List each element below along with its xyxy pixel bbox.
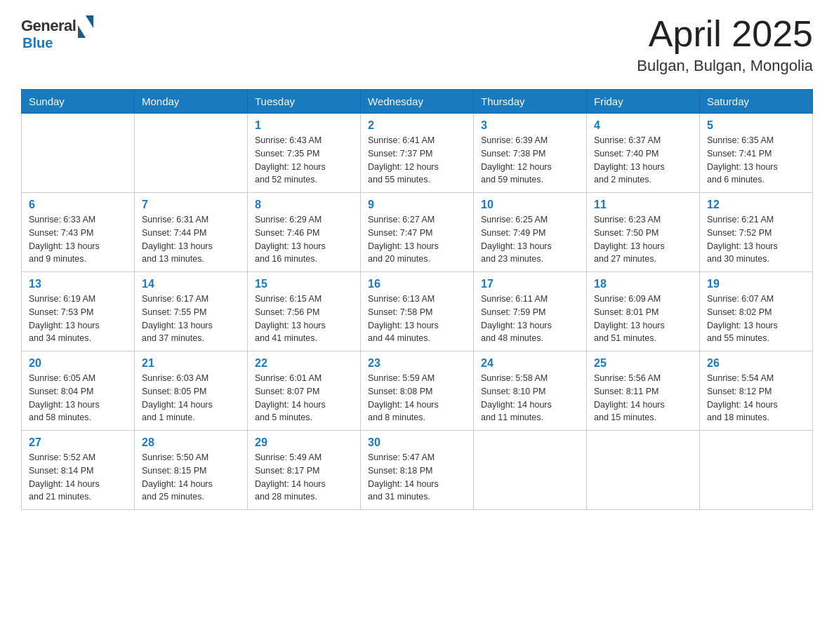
- day-number: 1: [255, 119, 353, 132]
- calendar-cell: 4Sunrise: 6:37 AM Sunset: 7:40 PM Daylig…: [587, 114, 700, 193]
- calendar-cell: 9Sunrise: 6:27 AM Sunset: 7:47 PM Daylig…: [361, 193, 474, 272]
- day-info: Sunrise: 6:41 AM Sunset: 7:37 PM Dayligh…: [368, 134, 466, 187]
- day-number: 21: [142, 357, 240, 370]
- calendar-week-row: 1Sunrise: 6:43 AM Sunset: 7:35 PM Daylig…: [22, 114, 813, 193]
- day-number: 26: [707, 357, 805, 370]
- calendar-cell: 14Sunrise: 6:17 AM Sunset: 7:55 PM Dayli…: [135, 272, 248, 351]
- day-number: 13: [29, 278, 127, 290]
- day-number: 2: [368, 119, 466, 132]
- calendar-cell: 3Sunrise: 6:39 AM Sunset: 7:38 PM Daylig…: [474, 114, 587, 193]
- calendar-week-row: 13Sunrise: 6:19 AM Sunset: 7:53 PM Dayli…: [22, 272, 813, 351]
- day-info: Sunrise: 6:35 AM Sunset: 7:41 PM Dayligh…: [707, 134, 805, 187]
- day-number: 24: [481, 357, 579, 370]
- day-info: Sunrise: 5:59 AM Sunset: 8:08 PM Dayligh…: [368, 372, 466, 424]
- day-number: 4: [594, 119, 692, 132]
- calendar-cell: 12Sunrise: 6:21 AM Sunset: 7:52 PM Dayli…: [700, 193, 813, 272]
- calendar-cell: 25Sunrise: 5:56 AM Sunset: 8:11 PM Dayli…: [587, 351, 700, 431]
- day-info: Sunrise: 6:07 AM Sunset: 8:02 PM Dayligh…: [707, 293, 805, 345]
- day-info: Sunrise: 6:15 AM Sunset: 7:56 PM Dayligh…: [255, 293, 353, 345]
- calendar-week-row: 20Sunrise: 6:05 AM Sunset: 8:04 PM Dayli…: [22, 351, 813, 431]
- day-number: 8: [255, 199, 353, 211]
- calendar-cell: [700, 431, 813, 510]
- calendar-cell: 20Sunrise: 6:05 AM Sunset: 8:04 PM Dayli…: [22, 351, 135, 431]
- day-info: Sunrise: 6:17 AM Sunset: 7:55 PM Dayligh…: [142, 293, 240, 345]
- day-info: Sunrise: 6:05 AM Sunset: 8:04 PM Dayligh…: [29, 372, 127, 424]
- weekday-header-friday: Friday: [587, 90, 700, 114]
- day-info: Sunrise: 5:47 AM Sunset: 8:18 PM Dayligh…: [368, 451, 466, 504]
- weekday-header-wednesday: Wednesday: [361, 90, 474, 114]
- calendar-cell: 15Sunrise: 6:15 AM Sunset: 7:56 PM Dayli…: [248, 272, 361, 351]
- day-number: 19: [707, 278, 805, 290]
- calendar-cell: 19Sunrise: 6:07 AM Sunset: 8:02 PM Dayli…: [700, 272, 813, 351]
- month-title: April 2025: [637, 14, 813, 54]
- calendar-cell: 8Sunrise: 6:29 AM Sunset: 7:46 PM Daylig…: [248, 193, 361, 272]
- day-info: Sunrise: 6:25 AM Sunset: 7:49 PM Dayligh…: [481, 213, 579, 266]
- weekday-header-row: SundayMondayTuesdayWednesdayThursdayFrid…: [22, 90, 813, 114]
- calendar-cell: 17Sunrise: 6:11 AM Sunset: 7:59 PM Dayli…: [474, 272, 587, 351]
- day-number: 14: [142, 278, 240, 290]
- day-info: Sunrise: 6:43 AM Sunset: 7:35 PM Dayligh…: [255, 134, 353, 187]
- calendar-cell: [474, 431, 587, 510]
- day-number: 28: [142, 436, 240, 449]
- day-info: Sunrise: 5:49 AM Sunset: 8:17 PM Dayligh…: [255, 451, 353, 504]
- calendar-cell: 10Sunrise: 6:25 AM Sunset: 7:49 PM Dayli…: [474, 193, 587, 272]
- calendar-cell: 24Sunrise: 5:58 AM Sunset: 8:10 PM Dayli…: [474, 351, 587, 431]
- calendar-cell: 16Sunrise: 6:13 AM Sunset: 7:58 PM Dayli…: [361, 272, 474, 351]
- calendar-cell: [135, 114, 248, 193]
- day-info: Sunrise: 6:11 AM Sunset: 7:59 PM Dayligh…: [481, 293, 579, 345]
- day-number: 5: [707, 119, 805, 132]
- day-info: Sunrise: 6:19 AM Sunset: 7:53 PM Dayligh…: [29, 293, 127, 345]
- calendar-table: SundayMondayTuesdayWednesdayThursdayFrid…: [21, 89, 813, 510]
- calendar-cell: 22Sunrise: 6:01 AM Sunset: 8:07 PM Dayli…: [248, 351, 361, 431]
- calendar-week-row: 6Sunrise: 6:33 AM Sunset: 7:43 PM Daylig…: [22, 193, 813, 272]
- day-number: 29: [255, 436, 353, 449]
- day-number: 12: [707, 199, 805, 211]
- title-section: April 2025 Bulgan, Bulgan, Mongolia: [637, 14, 813, 75]
- calendar-cell: 13Sunrise: 6:19 AM Sunset: 7:53 PM Dayli…: [22, 272, 135, 351]
- day-number: 30: [368, 436, 466, 449]
- day-info: Sunrise: 5:58 AM Sunset: 8:10 PM Dayligh…: [481, 372, 579, 424]
- logo: General Blue: [21, 14, 93, 51]
- calendar-cell: 18Sunrise: 6:09 AM Sunset: 8:01 PM Dayli…: [587, 272, 700, 351]
- day-info: Sunrise: 6:39 AM Sunset: 7:38 PM Dayligh…: [481, 134, 579, 187]
- calendar-cell: 6Sunrise: 6:33 AM Sunset: 7:43 PM Daylig…: [22, 193, 135, 272]
- calendar-cell: [587, 431, 700, 510]
- calendar-cell: 23Sunrise: 5:59 AM Sunset: 8:08 PM Dayli…: [361, 351, 474, 431]
- day-number: 27: [29, 436, 127, 449]
- day-info: Sunrise: 5:52 AM Sunset: 8:14 PM Dayligh…: [29, 451, 127, 504]
- day-info: Sunrise: 6:03 AM Sunset: 8:05 PM Dayligh…: [142, 372, 240, 424]
- day-info: Sunrise: 6:31 AM Sunset: 7:44 PM Dayligh…: [142, 213, 240, 266]
- calendar-cell: 26Sunrise: 5:54 AM Sunset: 8:12 PM Dayli…: [700, 351, 813, 431]
- day-number: 23: [368, 357, 466, 370]
- day-number: 6: [29, 199, 127, 211]
- day-info: Sunrise: 6:23 AM Sunset: 7:50 PM Dayligh…: [594, 213, 692, 266]
- calendar-cell: 28Sunrise: 5:50 AM Sunset: 8:15 PM Dayli…: [135, 431, 248, 510]
- calendar-cell: 5Sunrise: 6:35 AM Sunset: 7:41 PM Daylig…: [700, 114, 813, 193]
- day-info: Sunrise: 5:56 AM Sunset: 8:11 PM Dayligh…: [594, 372, 692, 424]
- day-number: 17: [481, 278, 579, 290]
- day-number: 3: [481, 119, 579, 132]
- calendar-cell: 2Sunrise: 6:41 AM Sunset: 7:37 PM Daylig…: [361, 114, 474, 193]
- day-number: 20: [29, 357, 127, 370]
- calendar-cell: 1Sunrise: 6:43 AM Sunset: 7:35 PM Daylig…: [248, 114, 361, 193]
- calendar-cell: 11Sunrise: 6:23 AM Sunset: 7:50 PM Dayli…: [587, 193, 700, 272]
- calendar-cell: 7Sunrise: 6:31 AM Sunset: 7:44 PM Daylig…: [135, 193, 248, 272]
- day-number: 11: [594, 199, 692, 211]
- weekday-header-thursday: Thursday: [474, 90, 587, 114]
- day-info: Sunrise: 6:01 AM Sunset: 8:07 PM Dayligh…: [255, 372, 353, 424]
- day-info: Sunrise: 6:21 AM Sunset: 7:52 PM Dayligh…: [707, 213, 805, 266]
- day-info: Sunrise: 5:54 AM Sunset: 8:12 PM Dayligh…: [707, 372, 805, 424]
- day-number: 10: [481, 199, 579, 211]
- page-header: General Blue April 2025 Bulgan, Bulgan, …: [21, 14, 813, 75]
- day-number: 7: [142, 199, 240, 211]
- weekday-header-monday: Monday: [135, 90, 248, 114]
- weekday-header-saturday: Saturday: [700, 90, 813, 114]
- calendar-cell: 30Sunrise: 5:47 AM Sunset: 8:18 PM Dayli…: [361, 431, 474, 510]
- day-info: Sunrise: 6:33 AM Sunset: 7:43 PM Dayligh…: [29, 213, 127, 266]
- day-number: 15: [255, 278, 353, 290]
- day-info: Sunrise: 5:50 AM Sunset: 8:15 PM Dayligh…: [142, 451, 240, 504]
- day-info: Sunrise: 6:09 AM Sunset: 8:01 PM Dayligh…: [594, 293, 692, 345]
- day-number: 25: [594, 357, 692, 370]
- day-number: 18: [594, 278, 692, 290]
- calendar-cell: 29Sunrise: 5:49 AM Sunset: 8:17 PM Dayli…: [248, 431, 361, 510]
